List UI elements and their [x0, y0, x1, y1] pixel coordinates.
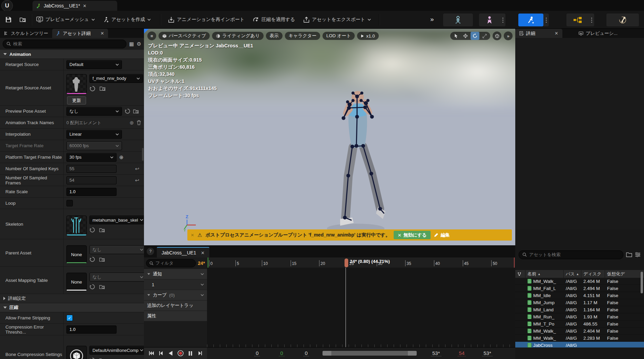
add-platform-icon[interactable]: ⊕ [119, 154, 124, 160]
section-compression[interactable]: 圧縮 [0, 303, 144, 312]
blueprint-mode-button[interactable] [566, 14, 594, 26]
reset-to-default-icon[interactable]: ↩ [135, 177, 139, 183]
asset-row[interactable]: MM_Walk_/All/G2.404 MFalse [515, 328, 644, 335]
transport-end-frame[interactable]: 53* [482, 350, 493, 356]
property-matrix-icon[interactable]: ▦ [129, 41, 134, 47]
allow-frame-stripping-checkbox[interactable]: ✓ [66, 315, 73, 321]
close-icon[interactable]: ✕ [201, 250, 205, 255]
asset-row[interactable]: MM_Walk_/All/G2.404 MFalse [515, 278, 644, 285]
animation-mode-options-icon[interactable] [543, 14, 549, 26]
edit-postprocess-button[interactable]: 編集 [434, 232, 450, 238]
timeline-track-area[interactable] [207, 268, 515, 347]
blueprint-mode-options-icon[interactable] [589, 14, 594, 26]
browse-to-asset-icon[interactable] [99, 284, 105, 290]
tab-asset-details[interactable]: アセット詳細 ✕ [52, 29, 108, 38]
record-button[interactable] [177, 350, 184, 357]
lod-auto-button[interactable]: LOD オート [323, 32, 355, 40]
play-reverse-button[interactable] [167, 350, 174, 357]
browse-content-button[interactable] [16, 13, 30, 26]
browse-to-asset-icon[interactable] [99, 257, 105, 262]
document-tab[interactable]: JabCross__UE1* ✕ [33, 1, 117, 11]
timeline-document-tab[interactable]: JabCross__UE1 ✕ [157, 247, 209, 258]
tab-preview-scene[interactable]: プレビューシ... [575, 29, 622, 38]
skeleton-dropdown[interactable]: metahuman_base_skel [89, 216, 146, 224]
use-selected-asset-icon[interactable] [89, 256, 95, 262]
close-icon[interactable]: ✕ [100, 31, 104, 36]
use-selected-asset-icon[interactable] [89, 357, 95, 359]
browse-to-asset-icon[interactable] [100, 86, 106, 91]
select-tool-icon[interactable] [452, 32, 460, 40]
asset-row-selected[interactable]: JabCross_/All/G [515, 342, 644, 347]
close-icon[interactable]: ✕ [83, 3, 86, 8]
character-menu-button[interactable]: キャラクター [285, 32, 320, 40]
folder-icon[interactable] [626, 252, 632, 257]
column-virtualized[interactable]: 仮想化デ [605, 270, 644, 278]
section-advanced[interactable]: 詳細設定 [0, 294, 144, 303]
tab-details[interactable]: 詳細 ✕ [515, 29, 562, 38]
apply-compression-button[interactable]: 圧縮を適用する [249, 13, 298, 26]
playhead-marker[interactable] [345, 259, 348, 267]
use-selected-asset-icon[interactable] [89, 227, 95, 233]
physics-mode-button[interactable] [606, 14, 639, 26]
tab-skeleton-tree[interactable]: スケルトンツリー [0, 29, 52, 38]
transport-frame-field[interactable]: 0 [254, 350, 260, 356]
create-asset-button[interactable]: アセットを作成 [100, 13, 154, 26]
column-disk-size[interactable]: ディスク [581, 270, 605, 278]
chevron-down-icon[interactable] [201, 284, 204, 286]
retarget-source-asset-thumbnail[interactable] [66, 74, 87, 94]
track-curves[interactable]: カーブ (0) [144, 290, 207, 300]
retarget-update-button[interactable]: 更新 [67, 96, 86, 105]
asset-row[interactable]: MM_Fall_L/All/G2.494 MFalse [515, 285, 644, 292]
step-forward-button[interactable] [196, 350, 204, 357]
chevron-down-icon[interactable] [201, 294, 204, 296]
mesh-mode-button[interactable] [479, 14, 505, 26]
track-notifies[interactable]: 通知 [144, 269, 207, 279]
track-attributes[interactable]: 属性 [144, 311, 207, 321]
asset-row[interactable]: MM_Run_/All/G1.93 MFalse [515, 313, 644, 320]
asset-row[interactable]: MM_T_Po/All/G486.55False [515, 320, 644, 328]
mesh-mode-options-icon[interactable] [500, 14, 505, 26]
playback-speed-button[interactable]: x1.0 [357, 32, 379, 40]
browse-to-asset-icon[interactable] [99, 358, 105, 359]
add-element-icon[interactable]: ⊕ [129, 120, 134, 126]
show-flags-button[interactable]: 表示 [266, 32, 283, 40]
scale-tool-icon[interactable] [480, 32, 489, 40]
loop-checkbox[interactable] [66, 200, 73, 206]
reset-to-default-icon[interactable]: ↩ [135, 166, 139, 172]
asset-search-input[interactable]: アセットを検索 [519, 250, 623, 259]
chevron-down-icon[interactable] [201, 273, 204, 275]
asset-row[interactable]: MM_Idle/All/G4.151 MFalse [515, 292, 644, 299]
track-notify-lane[interactable]: 1 [144, 279, 207, 290]
rate-scale-input[interactable]: 1.0 [66, 188, 117, 196]
transport-end-frame[interactable]: 53* [431, 350, 441, 356]
skeleton-thumbnail[interactable] [66, 216, 87, 236]
details-scrollbar[interactable] [142, 148, 144, 161]
disable-postprocess-button[interactable]: ✕ 無効にする [394, 231, 431, 239]
range-start-marker[interactable] [208, 257, 208, 268]
animation-mode-button-active[interactable] [518, 14, 549, 26]
asset-mapping-table-thumbnail[interactable]: None [66, 273, 87, 291]
retarget-source-dropdown[interactable]: Default [66, 60, 122, 69]
interpolation-dropdown[interactable]: Linear [66, 130, 122, 139]
camera-options-icon[interactable] [493, 31, 501, 40]
move-tool-icon[interactable] [461, 32, 470, 40]
viewport-overflow-icon[interactable]: » [504, 31, 513, 40]
details-settings-gear-icon[interactable]: ⚙ [137, 41, 141, 47]
delete-elements-icon[interactable] [137, 120, 141, 125]
compression-error-threshold-input[interactable]: 1.0 [66, 326, 117, 334]
retarget-source-asset-dropdown[interactable]: f_med_nrw_body [89, 74, 143, 83]
save-button[interactable] [2, 13, 15, 26]
column-path[interactable]: パス▲ [564, 270, 581, 278]
browse-to-asset-icon[interactable] [99, 227, 105, 233]
rotate-tool-icon[interactable] [471, 32, 479, 40]
bone-compression-thumbnail[interactable] [66, 346, 87, 359]
pause-button[interactable] [187, 350, 194, 357]
toolbar-overflow-chevrons[interactable]: » [430, 16, 433, 23]
timeline-ruler[interactable]: 05 1015 2025 3035 4045 50 24* (0.80) (44… [207, 257, 515, 268]
viewport-menu-icon[interactable]: ≡ [147, 31, 156, 40]
help-icon[interactable]: ? [147, 248, 154, 255]
preview-pose-asset-dropdown[interactable]: なし [66, 107, 122, 116]
platform-target-frame-rate-dropdown[interactable]: 30 fps [66, 153, 117, 162]
transport-frame-field[interactable]: 0 [304, 350, 309, 356]
view-options-sliders-icon[interactable] [635, 252, 641, 257]
